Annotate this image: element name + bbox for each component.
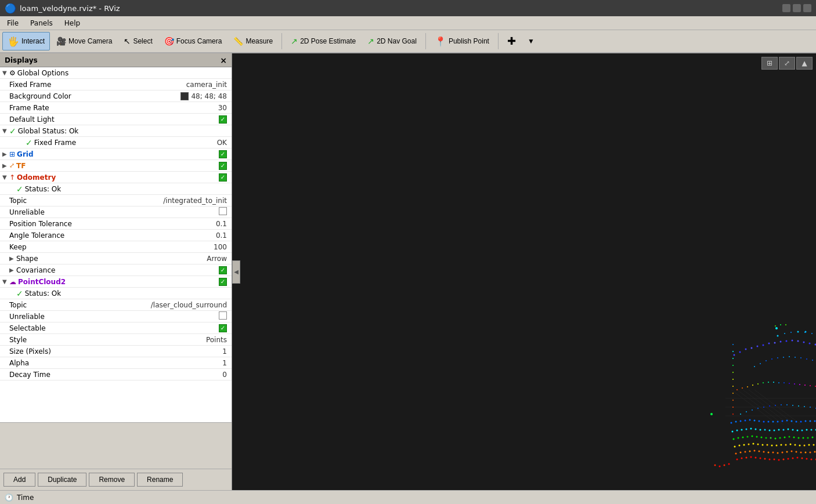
focus-camera-button[interactable]: 🎯 Focus Camera [159, 32, 228, 50]
grid-row[interactable]: ▶ ⊞ Grid ✓ [0, 148, 232, 160]
fixed-frame-value[interactable]: camera_init [186, 81, 232, 89]
menu-panels[interactable]: Panels [26, 18, 57, 28]
svg-point-153 [774, 342, 776, 344]
odometry-label: Odometry [17, 173, 219, 182]
svg-point-58 [753, 443, 754, 445]
pc2-unreliable-row: Unreliable [0, 311, 232, 322]
pc2-size-value[interactable]: 1 [222, 347, 232, 356]
interact-label: Interact [21, 37, 45, 45]
svg-point-261 [769, 405, 770, 407]
pc2-topic-value[interactable]: /laser_cloud_surround [151, 301, 232, 309]
svg-point-113 [792, 429, 794, 431]
default-light-checkbox[interactable]: ✓ [219, 115, 227, 124]
odom-covariance-row[interactable]: ▶ Covariance ✓ [0, 264, 232, 276]
rename-button[interactable]: Rename [137, 473, 183, 487]
frame-rate-value[interactable]: 30 [218, 104, 232, 112]
pc2-selectable-value[interactable]: ✓ [219, 324, 232, 332]
global-options-row[interactable]: ▼ ⚙ Global Options [0, 67, 232, 79]
pointcloud2-row[interactable]: ▼ ☁ PointCloud2 ✓ [0, 276, 232, 288]
menu-help[interactable]: Help [60, 18, 85, 28]
toolbar-dropdown-button[interactable]: ▼ [522, 32, 540, 50]
odom-unreliable-checkbox[interactable] [219, 207, 227, 215]
close-btn-title[interactable] [803, 4, 811, 12]
tf-value[interactable]: ✓ [219, 161, 232, 170]
pc2-status-row: ✓ Status: Ok [0, 288, 232, 299]
odom-covariance-value[interactable]: ✓ [219, 266, 232, 274]
3d-viewport[interactable]: ◀ ⊞ ⤢ ▲ [232, 53, 816, 490]
pointcloud2-value[interactable]: ✓ [219, 277, 232, 286]
pc2-style-value[interactable]: Points [206, 336, 232, 344]
displays-close-button[interactable]: × [220, 56, 227, 65]
2d-pose-button[interactable]: ↗ 2D Pose Estimate [286, 32, 361, 50]
odom-shape-expand[interactable]: ▶ [9, 255, 16, 262]
grid-checkbox[interactable]: ✓ [219, 150, 227, 158]
maximize-btn[interactable] [793, 4, 801, 12]
pc2-topic-row: Topic /laser_cloud_surround [0, 299, 232, 311]
svg-point-38 [768, 452, 770, 454]
pc2-selectable-checkbox[interactable]: ✓ [219, 324, 227, 332]
2d-pose-label: 2D Pose Estimate [300, 37, 356, 45]
svg-point-212 [795, 357, 796, 358]
pointcloud2-checkbox[interactable]: ✓ [219, 278, 227, 286]
publish-point-button[interactable]: 📍 Publish Point [429, 32, 494, 50]
duplicate-button[interactable]: Duplicate [38, 473, 86, 487]
displays-header: Displays × [0, 53, 232, 67]
svg-point-134 [782, 420, 783, 422]
svg-point-32 [740, 452, 742, 454]
add-toolbar-item-button[interactable]: ✚ [502, 32, 521, 50]
add-button[interactable]: Add [3, 473, 35, 487]
odometry-value[interactable]: ✓ [219, 173, 232, 182]
svg-point-137 [796, 421, 797, 423]
svg-point-206 [760, 363, 761, 364]
odom-ang-tol-value[interactable]: 0.1 [216, 231, 232, 240]
menu-file[interactable]: File [2, 18, 23, 28]
global-status-expand[interactable]: ▼ [2, 128, 9, 134]
move-camera-label: Move Camera [68, 37, 112, 45]
svg-point-211 [789, 356, 790, 357]
odometry-checkbox[interactable]: ✓ [219, 173, 227, 182]
remove-button[interactable]: Remove [89, 473, 135, 487]
pc2-unreliable-value[interactable] [219, 311, 232, 321]
pointcloud2-expand[interactable]: ▼ [2, 278, 9, 285]
odometry-expand[interactable]: ▼ [2, 174, 9, 180]
svg-point-77 [733, 438, 735, 440]
odom-unreliable-value[interactable] [219, 207, 232, 217]
svg-point-208 [771, 358, 772, 360]
pose-icon: ↗ [291, 37, 298, 46]
pc2-decay-value[interactable]: 0 [222, 371, 232, 379]
tf-checkbox[interactable]: ✓ [219, 162, 227, 170]
grid-value[interactable]: ✓ [219, 150, 232, 158]
odom-shape-value[interactable]: Arrow [207, 255, 232, 263]
interact-button[interactable]: 🖐 Interact [2, 32, 50, 50]
tf-expand[interactable]: ▶ [2, 162, 9, 169]
global-status-row[interactable]: ▼ ✓ Global Status: Ok [0, 125, 232, 137]
cloud-icon: ☁ [9, 278, 16, 286]
bg-color-value[interactable]: 48; 48; 48 [180, 92, 232, 100]
default-light-value[interactable]: ✓ [219, 115, 232, 124]
odom-shape-label: Shape [16, 255, 207, 263]
global-options-expand[interactable]: ▼ [2, 70, 9, 76]
minimize-btn[interactable] [782, 4, 790, 12]
grid-expand[interactable]: ▶ [2, 151, 9, 157]
odom-topic-value[interactable]: /integrated_to_init [163, 197, 232, 205]
measure-button[interactable]: 📏 Measure [228, 32, 278, 50]
svg-point-146 [734, 354, 735, 356]
odometry-row[interactable]: ▼ ↑ Odometry ✓ [0, 172, 232, 183]
odom-covariance-expand[interactable]: ▶ [9, 267, 16, 273]
svg-point-56 [743, 444, 745, 446]
select-button[interactable]: ↖ Select [118, 32, 157, 50]
svg-point-23 [806, 458, 808, 460]
odom-covariance-checkbox[interactable]: ✓ [219, 266, 227, 274]
pc2-alpha-value[interactable]: 1 [222, 359, 232, 367]
move-camera-button[interactable]: 🎥 Move Camera [51, 32, 117, 50]
svg-point-249 [775, 327, 778, 329]
tf-row[interactable]: ▶ ⤢ TF ✓ [0, 160, 232, 172]
pc2-unreliable-checkbox[interactable] [219, 311, 227, 320]
2d-nav-button[interactable]: ↗ 2D Nav Goal [362, 32, 422, 50]
plus-icon: ✚ [507, 35, 516, 48]
displays-content[interactable]: ▼ ⚙ Global Options Fixed Frame camera_in… [0, 67, 232, 422]
odom-shape-row[interactable]: ▶ Shape Arrow [0, 253, 232, 264]
odom-keep-value[interactable]: 100 [214, 243, 232, 251]
svg-point-62 [771, 445, 773, 447]
odom-pos-tol-value[interactable]: 0.1 [216, 220, 232, 228]
